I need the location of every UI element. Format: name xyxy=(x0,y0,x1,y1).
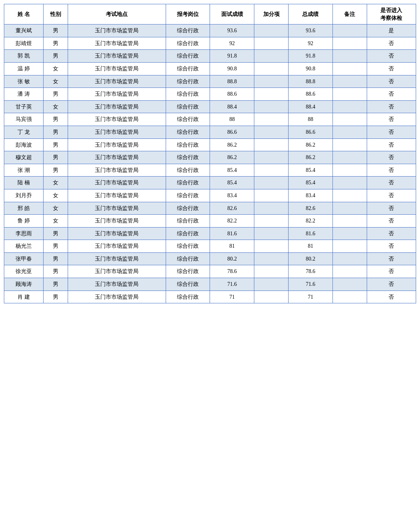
cell-location: 玉门市市场监管局 xyxy=(68,88,166,101)
table-row: 鲁 婷女玉门市市场监管局综合行政82.282.2否 xyxy=(4,215,416,228)
table-row: 张甲春男玉门市市场监管局综合行政80.280.2否 xyxy=(4,252,416,265)
cell-position: 综合行政 xyxy=(166,75,210,88)
cell-enter: 否 xyxy=(367,62,416,75)
cell-location: 玉门市市场监管局 xyxy=(68,100,166,113)
cell-gender: 女 xyxy=(43,62,68,75)
cell-enter: 否 xyxy=(367,265,416,278)
cell-remark xyxy=(332,177,367,189)
cell-remark xyxy=(332,278,367,291)
cell-total_score: 86.6 xyxy=(289,126,332,138)
cell-interview_score: 92 xyxy=(210,37,254,50)
cell-remark xyxy=(332,164,367,177)
results-table: 姓 名 性别 考试地点 报考岗位 面试成绩 加分项 总成绩 备注 是否进入 考察… xyxy=(4,4,416,303)
cell-name: 郭 凯 xyxy=(4,50,44,63)
cell-interview_score: 78.6 xyxy=(210,265,254,278)
cell-bonus xyxy=(254,37,288,50)
cell-location: 玉门市市场监管局 xyxy=(68,265,166,278)
cell-position: 综合行政 xyxy=(166,215,210,228)
cell-position: 综合行政 xyxy=(166,252,210,265)
table-row: 郭 凯男玉门市市场监管局综合行政91.891.8否 xyxy=(4,50,416,63)
cell-bonus xyxy=(254,265,288,278)
cell-bonus xyxy=(254,202,288,215)
cell-gender: 男 xyxy=(43,25,68,37)
cell-enter: 否 xyxy=(367,164,416,177)
table-row: 甘子英女玉门市市场监管局综合行政88.488.4否 xyxy=(4,100,416,113)
cell-interview_score: 80.2 xyxy=(210,252,254,265)
cell-remark xyxy=(332,227,367,240)
cell-position: 综合行政 xyxy=(166,25,210,37)
cell-name: 董兴斌 xyxy=(4,25,44,37)
cell-gender: 男 xyxy=(43,291,68,303)
cell-name: 刘月乔 xyxy=(4,189,44,202)
cell-interview_score: 86.6 xyxy=(210,126,254,138)
cell-location: 玉门市市场监管局 xyxy=(68,278,166,291)
cell-location: 玉门市市场监管局 xyxy=(68,151,166,164)
cell-name: 穆文超 xyxy=(4,151,44,164)
cell-enter: 否 xyxy=(367,278,416,291)
cell-gender: 男 xyxy=(43,138,68,151)
header-interview-score: 面试成绩 xyxy=(210,4,254,25)
cell-enter: 否 xyxy=(367,100,416,113)
cell-location: 玉门市市场监管局 xyxy=(68,215,166,228)
cell-bonus xyxy=(254,75,288,88)
cell-name: 甘子英 xyxy=(4,100,44,113)
cell-name: 鲁 婷 xyxy=(4,215,44,228)
cell-name: 彭靖煜 xyxy=(4,37,44,50)
cell-total_score: 88.6 xyxy=(289,88,332,101)
cell-name: 潘 涛 xyxy=(4,88,44,101)
cell-position: 综合行政 xyxy=(166,100,210,113)
cell-total_score: 88 xyxy=(289,113,332,126)
table-row: 温 婷女玉门市市场监管局综合行政90.890.8否 xyxy=(4,62,416,75)
cell-total_score: 71 xyxy=(289,291,332,303)
cell-interview_score: 90.8 xyxy=(210,62,254,75)
cell-interview_score: 82.2 xyxy=(210,215,254,228)
cell-remark xyxy=(332,265,367,278)
cell-total_score: 82.6 xyxy=(289,202,332,215)
header-position: 报考岗位 xyxy=(166,4,210,25)
cell-interview_score: 82.6 xyxy=(210,202,254,215)
cell-remark xyxy=(332,151,367,164)
cell-enter: 否 xyxy=(367,227,416,240)
cell-position: 综合行政 xyxy=(166,88,210,101)
header-enter: 是否进入 考察体检 xyxy=(367,4,416,25)
cell-gender: 女 xyxy=(43,215,68,228)
cell-total_score: 80.2 xyxy=(289,252,332,265)
cell-enter: 否 xyxy=(367,88,416,101)
cell-location: 玉门市市场监管局 xyxy=(68,252,166,265)
cell-total_score: 86.2 xyxy=(289,151,332,164)
cell-remark xyxy=(332,50,367,63)
cell-gender: 男 xyxy=(43,113,68,126)
cell-total_score: 81.6 xyxy=(289,227,332,240)
cell-interview_score: 88 xyxy=(210,113,254,126)
header-total-score: 总成绩 xyxy=(289,4,332,25)
cell-bonus xyxy=(254,25,288,37)
cell-interview_score: 91.8 xyxy=(210,50,254,63)
cell-name: 邢 皓 xyxy=(4,202,44,215)
cell-remark xyxy=(332,138,367,151)
cell-gender: 男 xyxy=(43,227,68,240)
cell-bonus xyxy=(254,151,288,164)
cell-interview_score: 81 xyxy=(210,240,254,253)
cell-remark xyxy=(332,252,367,265)
cell-position: 综合行政 xyxy=(166,113,210,126)
cell-remark xyxy=(332,202,367,215)
cell-bonus xyxy=(254,291,288,303)
cell-bonus xyxy=(254,126,288,138)
cell-total_score: 83.4 xyxy=(289,189,332,202)
cell-bonus xyxy=(254,278,288,291)
cell-location: 玉门市市场监管局 xyxy=(68,37,166,50)
cell-position: 综合行政 xyxy=(166,177,210,189)
cell-bonus xyxy=(254,189,288,202)
cell-position: 综合行政 xyxy=(166,278,210,291)
cell-enter: 否 xyxy=(367,291,416,303)
table-row: 董兴斌男玉门市市场监管局综合行政93.693.6是 xyxy=(4,25,416,37)
cell-interview_score: 86.2 xyxy=(210,138,254,151)
cell-enter: 否 xyxy=(367,37,416,50)
cell-gender: 女 xyxy=(43,75,68,88)
header-bonus: 加分项 xyxy=(254,4,288,25)
cell-remark xyxy=(332,126,367,138)
cell-name: 马宾强 xyxy=(4,113,44,126)
cell-location: 玉门市市场监管局 xyxy=(68,177,166,189)
cell-interview_score: 88.8 xyxy=(210,75,254,88)
cell-name: 温 婷 xyxy=(4,62,44,75)
